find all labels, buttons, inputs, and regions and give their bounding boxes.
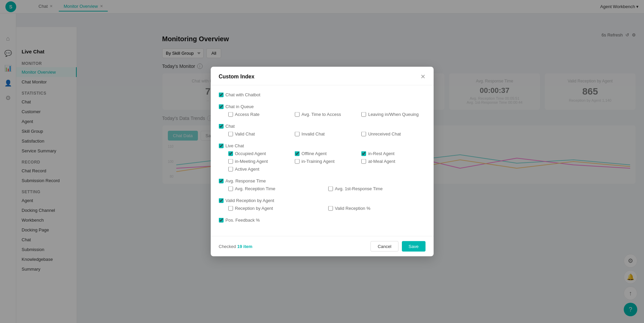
checkbox-active-agent-input[interactable] xyxy=(228,167,233,171)
group-live-chat: Live Chat Occupied Agent Offline Agent i… xyxy=(219,143,426,172)
checked-count-label: Checked 19 item xyxy=(219,244,253,249)
group-header-chatbot: Chat with Chatbot xyxy=(219,92,426,97)
modal-header: Custom Index ✕ xyxy=(211,67,434,85)
checkbox-avg-time-access-input[interactable] xyxy=(295,112,300,117)
checkbox-active-agent[interactable]: Active Agent xyxy=(228,167,292,172)
checkbox-in-training-agent[interactable]: in-Training Agent xyxy=(295,159,359,164)
group-chat: Chat Valid Chat Invalid Chat Unreceived … xyxy=(219,124,426,136)
checkbox-avg-1st-response[interactable]: Avg. 1st-Response Time xyxy=(328,186,426,191)
group-header-queue: Chat in Queue xyxy=(219,104,426,109)
checkbox-offline-agent-input[interactable] xyxy=(295,151,300,156)
checkbox-leaving-queuing-input[interactable] xyxy=(361,112,366,117)
checkbox-chat-input[interactable] xyxy=(219,124,224,128)
group-chat-with-chatbot: Chat with Chatbot xyxy=(219,92,426,97)
checkbox-valid-reception-pct[interactable]: Valid Reception % xyxy=(328,206,426,211)
checkbox-at-meal-agent[interactable]: at-Meal Agent xyxy=(361,159,425,164)
checkbox-offline-agent[interactable]: Offline Agent xyxy=(295,151,359,156)
group-header-avg-response: Avg. Response Time xyxy=(219,178,426,183)
checkbox-valid-chat[interactable]: Valid Chat xyxy=(228,131,292,136)
checkbox-pos-feedback[interactable]: Pos. Feedback % xyxy=(219,218,260,223)
checkbox-chatbot[interactable]: Chat with Chatbot xyxy=(219,92,260,97)
modal-footer: Checked 19 item Cancel Save xyxy=(211,236,434,256)
checkbox-in-meeting-agent-input[interactable] xyxy=(228,159,233,164)
group-header-live-chat: Live Chat xyxy=(219,143,426,148)
checkbox-pos-feedback-input[interactable] xyxy=(219,218,224,222)
checkbox-occupied-agent[interactable]: Occupied Agent xyxy=(228,151,292,156)
save-button[interactable]: Save xyxy=(402,241,426,252)
checkbox-chatbot-input[interactable] xyxy=(219,92,224,97)
checkbox-valid-chat-input[interactable] xyxy=(228,131,233,136)
checkbox-in-training-agent-input[interactable] xyxy=(295,159,300,164)
checkbox-avg-1st-response-input[interactable] xyxy=(328,186,333,191)
checkbox-access-rate[interactable]: Access Rate xyxy=(228,112,292,117)
checkbox-avg-response[interactable]: Avg. Response Time xyxy=(219,178,266,183)
modal-actions: Cancel Save xyxy=(370,241,425,252)
checkbox-avg-time-access[interactable]: Avg. Time to Access xyxy=(295,112,359,117)
checkbox-in-rest-agent[interactable]: in-Rest Agent xyxy=(361,151,425,156)
valid-reception-children: Reception by Agent Valid Reception % xyxy=(219,206,426,211)
checkbox-invalid-chat[interactable]: Invalid Chat xyxy=(295,131,359,136)
group-valid-reception: Valid Reception by Agent Reception by Ag… xyxy=(219,198,426,211)
checkbox-queue-input[interactable] xyxy=(219,104,224,109)
modal-close-button[interactable]: ✕ xyxy=(420,74,426,80)
group-pos-feedback: Pos. Feedback % xyxy=(219,218,426,223)
checkbox-live-chat-input[interactable] xyxy=(219,143,224,148)
checkbox-access-rate-input[interactable] xyxy=(228,112,233,117)
checkbox-reception-by-agent-input[interactable] xyxy=(228,206,233,210)
checkbox-avg-response-input[interactable] xyxy=(219,178,224,183)
group-chat-in-queue: Chat in Queue Access Rate Avg. Time to A… xyxy=(219,104,426,117)
chat-children: Valid Chat Invalid Chat Unreceived Chat xyxy=(219,131,426,136)
checkbox-live-chat[interactable]: Live Chat xyxy=(219,143,244,148)
modal-body: Chat with Chatbot Chat in Queue Access R… xyxy=(211,85,434,236)
checkbox-occupied-agent-input[interactable] xyxy=(228,151,233,156)
checkbox-invalid-chat-input[interactable] xyxy=(295,131,300,136)
custom-index-modal: Custom Index ✕ Chat with Chatbot Chat in… xyxy=(211,67,434,256)
live-chat-children: Occupied Agent Offline Agent in-Rest Age… xyxy=(219,151,426,172)
cancel-button[interactable]: Cancel xyxy=(370,241,398,252)
queue-children: Access Rate Avg. Time to Access Leaving … xyxy=(219,112,426,117)
checkbox-leaving-queuing[interactable]: Leaving in/When Queuing xyxy=(361,112,425,117)
checkbox-in-rest-agent-input[interactable] xyxy=(361,151,366,156)
group-header-pos-feedback: Pos. Feedback % xyxy=(219,218,426,223)
checkbox-reception-by-agent[interactable]: Reception by Agent xyxy=(228,206,326,211)
checkbox-avg-reception-time[interactable]: Avg. Reception Time xyxy=(228,186,326,191)
checkbox-chat[interactable]: Chat xyxy=(219,124,235,129)
checkbox-unreceived-chat[interactable]: Unreceived Chat xyxy=(361,131,425,136)
checkbox-at-meal-agent-input[interactable] xyxy=(361,159,366,164)
group-header-chat: Chat xyxy=(219,124,426,129)
group-header-valid-reception: Valid Reception by Agent xyxy=(219,198,426,203)
checkbox-unreceived-chat-input[interactable] xyxy=(361,131,366,136)
avg-response-children: Avg. Reception Time Avg. 1st-Response Ti… xyxy=(219,186,426,191)
checkbox-valid-reception[interactable]: Valid Reception by Agent xyxy=(219,198,274,203)
checkbox-avg-reception-time-input[interactable] xyxy=(228,186,233,191)
modal-title: Custom Index xyxy=(219,74,255,80)
checkbox-queue[interactable]: Chat in Queue xyxy=(219,104,254,109)
checkbox-valid-reception-pct-input[interactable] xyxy=(328,206,333,210)
checkbox-in-meeting-agent[interactable]: in-Meeting Agent xyxy=(228,159,292,164)
checkbox-valid-reception-input[interactable] xyxy=(219,198,224,203)
group-avg-response: Avg. Response Time Avg. Reception Time A… xyxy=(219,178,426,191)
